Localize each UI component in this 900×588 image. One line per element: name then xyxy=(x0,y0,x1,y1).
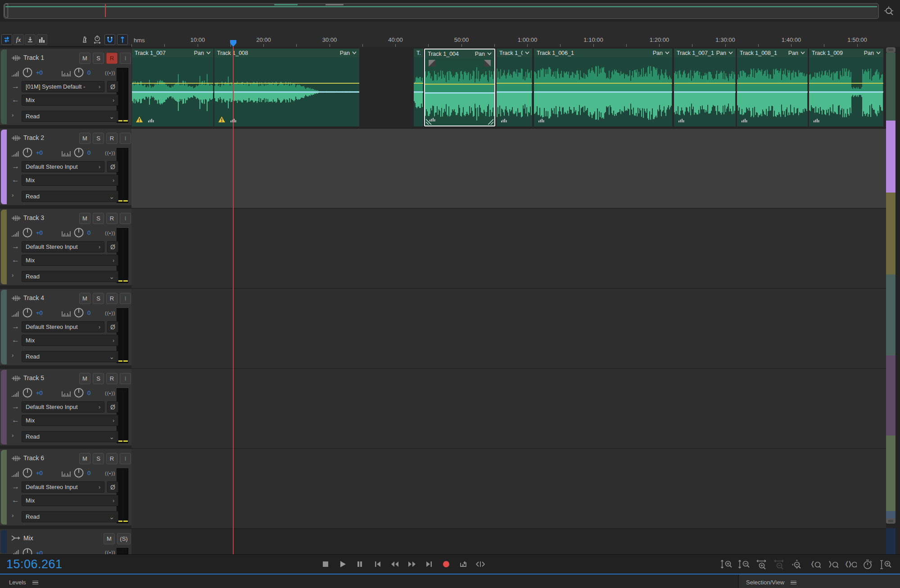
play-button[interactable] xyxy=(338,560,348,569)
scrollbar-track-segment[interactable] xyxy=(886,121,895,193)
volume-envelope-line[interactable] xyxy=(737,83,808,84)
automation-mode-selector[interactable]: Read⌄ xyxy=(22,511,118,522)
effects-tool-button[interactable]: fx xyxy=(13,34,24,45)
scrollbar-track-segment[interactable] xyxy=(886,193,895,274)
audio-clip[interactable]: Track 1_005_1 xyxy=(497,49,532,126)
rewind-button[interactable] xyxy=(390,560,400,569)
track-header-track-4[interactable]: Track 4MSRI+00((•))→Default Stereo Input… xyxy=(0,289,131,365)
record-arm-button[interactable]: R xyxy=(106,293,118,304)
scrollbar-track-segment[interactable] xyxy=(886,274,895,355)
clip-pan-control[interactable]: Pan xyxy=(653,50,669,56)
track-header-track-6[interactable]: Track 6MSRI+00((•))→Default Stereo Input… xyxy=(0,449,131,525)
zoom-reset-button[interactable] xyxy=(790,559,804,570)
clip-header[interactable]: Track 1_004Pan xyxy=(425,49,494,58)
solo-button[interactable]: S xyxy=(93,373,104,384)
marker-icon[interactable] xyxy=(117,34,128,45)
clip-header[interactable]: Track 1_007Pan xyxy=(132,49,213,57)
clip-gain-icon[interactable] xyxy=(814,118,819,122)
solo-button[interactable]: S xyxy=(93,53,104,64)
track-lanes[interactable]: Track 1_007PanTrack 1_008PanT...Track 1_… xyxy=(131,47,886,554)
clip-gain-icon[interactable] xyxy=(678,118,684,122)
clip-pan-control[interactable]: Pan xyxy=(864,50,881,56)
audio-clip[interactable]: T... xyxy=(414,49,423,126)
pan-knob[interactable] xyxy=(73,227,85,238)
audio-clip[interactable]: Track 1_007Pan xyxy=(132,49,213,126)
track-name[interactable]: Mix xyxy=(23,534,33,542)
meters-tool-button[interactable] xyxy=(36,34,47,45)
input-monitor-button[interactable]: I xyxy=(120,133,131,144)
automation-mode-selector[interactable]: Read⌄ xyxy=(22,271,118,282)
mute-button[interactable]: M xyxy=(79,293,90,304)
pan-knob[interactable] xyxy=(73,67,85,78)
expand-chevron-icon[interactable]: › xyxy=(12,272,14,278)
snap-spacing-icon[interactable] xyxy=(92,34,103,45)
zoom-in-horizontal-button[interactable] xyxy=(755,559,769,570)
clip-pan-control[interactable]: Pan xyxy=(194,50,211,56)
zoom-navigate-icon[interactable] xyxy=(882,5,896,16)
clip-header[interactable]: Track 1_005_1 xyxy=(497,49,532,57)
lane-track-2[interactable] xyxy=(131,128,886,208)
fade-out-handle[interactable] xyxy=(484,60,491,67)
clip-gain-icon[interactable] xyxy=(430,117,435,121)
record-arm-button[interactable]: R xyxy=(106,453,118,464)
output-selector[interactable]: Mix› xyxy=(22,335,118,346)
record-arm-button[interactable]: R xyxy=(106,133,118,144)
lane-track-4[interactable] xyxy=(131,288,886,368)
volume-envelope-line[interactable] xyxy=(809,83,883,84)
time-display[interactable]: 15:06.261 xyxy=(6,557,63,571)
clip-pan-control[interactable] xyxy=(523,51,529,54)
volume-knob[interactable] xyxy=(22,147,33,158)
metronome-icon[interactable] xyxy=(79,34,90,45)
output-selector[interactable]: Mix› xyxy=(22,175,118,186)
phase-toggle-button[interactable]: Ø xyxy=(107,401,118,413)
zoom-in-at-in-point-button[interactable]: ❬ xyxy=(808,559,822,570)
solo-button[interactable]: S xyxy=(93,133,104,144)
volume-knob[interactable] xyxy=(22,467,33,479)
volume-value[interactable]: +0 xyxy=(36,310,43,316)
timeline-ruler[interactable]: hms 10:0020:0030:0040:0050:001:00:001:10… xyxy=(131,35,900,47)
volume-value[interactable]: +0 xyxy=(36,149,43,156)
volume-envelope-line[interactable] xyxy=(674,83,736,84)
tab-levels[interactable]: Levels xyxy=(9,578,38,586)
slip-tool-button[interactable] xyxy=(25,34,36,45)
automation-mode-selector[interactable]: Read⌄ xyxy=(22,191,118,202)
timeline-overview-bar[interactable] xyxy=(4,3,879,19)
track-header-track-5[interactable]: Track 5MSRI+00((•))→Default Stereo Input… xyxy=(0,369,131,445)
scrollbar-track-segment[interactable] xyxy=(886,53,895,121)
go-to-start-button[interactable] xyxy=(373,560,383,569)
phase-toggle-button[interactable]: Ø xyxy=(107,481,118,493)
clip-header[interactable]: Track 1_008Pan xyxy=(214,49,359,57)
volume-envelope-line[interactable] xyxy=(132,83,213,84)
clip-header[interactable]: Track 1_008_1Pan xyxy=(737,49,808,57)
volume-knob[interactable] xyxy=(22,547,33,554)
overview-playhead[interactable] xyxy=(105,4,106,17)
solo-button[interactable]: S xyxy=(93,213,104,224)
expand-chevron-icon[interactable]: › xyxy=(12,192,14,198)
pan-knob[interactable] xyxy=(73,147,85,158)
track-header-mix[interactable]: MixM(S)+0((•)) xyxy=(0,529,131,554)
input-selector[interactable]: Default Stereo Input› xyxy=(22,161,104,172)
audio-clip[interactable]: Track 1_006_1Pan xyxy=(534,49,672,126)
expand-chevron-icon[interactable]: › xyxy=(12,432,14,439)
clip-header[interactable]: Track 1_009Pan xyxy=(809,49,883,57)
pan-value[interactable]: 0 xyxy=(87,390,90,396)
pan-value[interactable]: 0 xyxy=(87,229,90,236)
track-header-track-1[interactable]: Track 1MSRI+00((•))→[01M] System Default… xyxy=(0,49,131,125)
record-button[interactable] xyxy=(441,560,451,569)
move-tool-button[interactable] xyxy=(1,34,12,45)
playhead-marker[interactable] xyxy=(230,40,237,47)
clip-pan-control[interactable]: Pan xyxy=(340,50,357,56)
volume-knob[interactable] xyxy=(22,387,33,399)
volume-value[interactable]: +0 xyxy=(36,229,43,236)
volume-envelope-line[interactable] xyxy=(425,84,494,85)
volume-envelope-line[interactable] xyxy=(214,83,359,84)
phase-toggle-button[interactable]: Ø xyxy=(107,241,118,252)
solo-button[interactable]: S xyxy=(93,453,104,464)
zoom-to-time-button[interactable] xyxy=(861,559,874,570)
input-selector[interactable]: Default Stereo Input› xyxy=(22,321,104,332)
clip-gain-icon[interactable] xyxy=(538,118,544,122)
stop-button[interactable] xyxy=(321,560,330,569)
tab-selection-view[interactable]: Selection/View xyxy=(746,578,796,586)
scrollbar-track-segment[interactable] xyxy=(886,435,895,511)
mute-button[interactable]: M xyxy=(79,213,90,224)
